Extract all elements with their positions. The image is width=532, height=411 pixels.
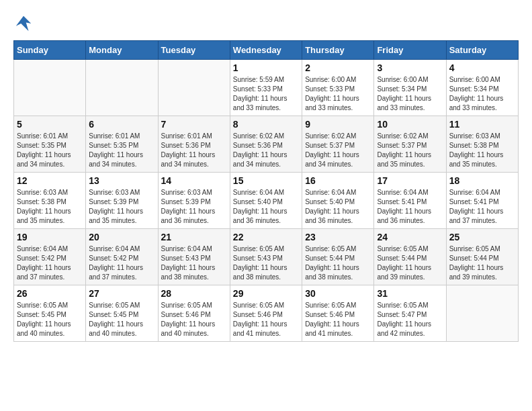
day-number: 9 <box>305 119 371 130</box>
day-number: 19 <box>17 232 83 242</box>
weekday-friday: Friday <box>374 41 446 60</box>
calendar-cell: 24Sunrise: 6:05 AM Sunset: 5:44 PM Dayli… <box>374 229 446 285</box>
day-number: 16 <box>305 175 371 186</box>
weekday-sunday: Sunday <box>14 41 86 60</box>
day-number: 29 <box>233 288 299 299</box>
day-info: Sunrise: 6:04 AM Sunset: 5:43 PM Dayligh… <box>161 244 227 282</box>
day-number: 14 <box>161 175 227 186</box>
calendar-cell: 5Sunrise: 6:01 AM Sunset: 5:35 PM Daylig… <box>14 116 86 173</box>
page-header <box>13 13 519 34</box>
calendar-cell: 4Sunrise: 6:00 AM Sunset: 5:34 PM Daylig… <box>446 60 518 116</box>
calendar-cell: 23Sunrise: 6:05 AM Sunset: 5:44 PM Dayli… <box>302 229 374 285</box>
day-info: Sunrise: 6:05 AM Sunset: 5:47 PM Dayligh… <box>377 301 443 338</box>
day-number: 3 <box>377 62 443 73</box>
day-number: 20 <box>89 232 154 242</box>
calendar-cell: 7Sunrise: 6:01 AM Sunset: 5:36 PM Daylig… <box>158 116 230 173</box>
day-info: Sunrise: 6:04 AM Sunset: 5:41 PM Dayligh… <box>449 188 515 226</box>
calendar-cell: 26Sunrise: 6:05 AM Sunset: 5:45 PM Dayli… <box>14 285 86 342</box>
day-number: 30 <box>305 288 371 299</box>
day-info: Sunrise: 6:03 AM Sunset: 5:39 PM Dayligh… <box>161 188 227 226</box>
day-number: 15 <box>233 175 299 186</box>
calendar-cell: 20Sunrise: 6:04 AM Sunset: 5:42 PM Dayli… <box>86 229 158 285</box>
day-number: 8 <box>233 119 299 130</box>
day-number: 28 <box>161 288 227 299</box>
day-number: 10 <box>377 119 443 130</box>
day-info: Sunrise: 6:02 AM Sunset: 5:37 PM Dayligh… <box>377 132 443 169</box>
day-number: 31 <box>377 288 443 299</box>
svg-marker-0 <box>16 16 32 32</box>
day-info: Sunrise: 6:02 AM Sunset: 5:37 PM Dayligh… <box>305 132 371 169</box>
calendar-week-3: 12Sunrise: 6:03 AM Sunset: 5:38 PM Dayli… <box>14 173 519 229</box>
day-number: 26 <box>17 288 83 299</box>
day-number: 17 <box>377 175 443 186</box>
day-number: 18 <box>449 175 515 186</box>
weekday-monday: Monday <box>86 41 158 60</box>
day-info: Sunrise: 6:04 AM Sunset: 5:41 PM Dayligh… <box>377 188 443 226</box>
calendar-cell <box>158 60 230 116</box>
weekday-thursday: Thursday <box>302 41 374 60</box>
calendar-cell: 31Sunrise: 6:05 AM Sunset: 5:47 PM Dayli… <box>374 285 446 342</box>
day-info: Sunrise: 6:05 AM Sunset: 5:46 PM Dayligh… <box>233 301 299 338</box>
calendar-cell: 13Sunrise: 6:03 AM Sunset: 5:39 PM Dayli… <box>86 173 158 229</box>
weekday-saturday: Saturday <box>446 41 518 60</box>
day-number: 12 <box>17 175 83 186</box>
day-number: 23 <box>305 232 371 242</box>
calendar-cell: 11Sunrise: 6:03 AM Sunset: 5:38 PM Dayli… <box>446 116 518 173</box>
calendar-cell: 10Sunrise: 6:02 AM Sunset: 5:37 PM Dayli… <box>374 116 446 173</box>
day-info: Sunrise: 6:04 AM Sunset: 5:40 PM Dayligh… <box>233 188 299 226</box>
day-info: Sunrise: 6:00 AM Sunset: 5:34 PM Dayligh… <box>377 75 443 113</box>
day-info: Sunrise: 6:05 AM Sunset: 5:43 PM Dayligh… <box>233 244 299 282</box>
day-number: 7 <box>161 119 227 130</box>
calendar-cell: 1Sunrise: 5:59 AM Sunset: 5:33 PM Daylig… <box>230 60 302 116</box>
day-info: Sunrise: 6:05 AM Sunset: 5:44 PM Dayligh… <box>377 244 443 282</box>
logo-bird-icon <box>13 13 34 34</box>
day-info: Sunrise: 6:00 AM Sunset: 5:34 PM Dayligh… <box>449 75 515 113</box>
calendar-cell: 21Sunrise: 6:04 AM Sunset: 5:43 PM Dayli… <box>158 229 230 285</box>
day-info: Sunrise: 6:05 AM Sunset: 5:44 PM Dayligh… <box>449 244 515 282</box>
day-number: 4 <box>449 62 515 73</box>
day-info: Sunrise: 6:05 AM Sunset: 5:45 PM Dayligh… <box>89 301 154 338</box>
weekday-tuesday: Tuesday <box>158 41 230 60</box>
calendar-header: SundayMondayTuesdayWednesdayThursdayFrid… <box>14 41 519 60</box>
calendar-cell: 27Sunrise: 6:05 AM Sunset: 5:45 PM Dayli… <box>86 285 158 342</box>
day-info: Sunrise: 6:01 AM Sunset: 5:35 PM Dayligh… <box>89 132 154 169</box>
calendar-week-2: 5Sunrise: 6:01 AM Sunset: 5:35 PM Daylig… <box>14 116 519 173</box>
day-info: Sunrise: 6:05 AM Sunset: 5:46 PM Dayligh… <box>161 301 227 338</box>
calendar-week-5: 26Sunrise: 6:05 AM Sunset: 5:45 PM Dayli… <box>14 285 519 342</box>
calendar-cell: 30Sunrise: 6:05 AM Sunset: 5:46 PM Dayli… <box>302 285 374 342</box>
calendar-cell: 12Sunrise: 6:03 AM Sunset: 5:38 PM Dayli… <box>14 173 86 229</box>
calendar-cell: 8Sunrise: 6:02 AM Sunset: 5:36 PM Daylig… <box>230 116 302 173</box>
calendar-table: SundayMondayTuesdayWednesdayThursdayFrid… <box>13 40 519 342</box>
day-number: 6 <box>89 119 154 130</box>
weekday-wednesday: Wednesday <box>230 41 302 60</box>
day-number: 13 <box>89 175 154 186</box>
calendar-cell: 14Sunrise: 6:03 AM Sunset: 5:39 PM Dayli… <box>158 173 230 229</box>
day-info: Sunrise: 6:03 AM Sunset: 5:39 PM Dayligh… <box>89 188 154 226</box>
day-info: Sunrise: 6:03 AM Sunset: 5:38 PM Dayligh… <box>17 188 83 226</box>
calendar-week-4: 19Sunrise: 6:04 AM Sunset: 5:42 PM Dayli… <box>14 229 519 285</box>
day-number: 5 <box>17 119 83 130</box>
day-info: Sunrise: 6:03 AM Sunset: 5:38 PM Dayligh… <box>449 132 515 169</box>
day-number: 2 <box>305 62 371 73</box>
day-number: 27 <box>89 288 154 299</box>
calendar-cell: 28Sunrise: 6:05 AM Sunset: 5:46 PM Dayli… <box>158 285 230 342</box>
day-info: Sunrise: 6:05 AM Sunset: 5:44 PM Dayligh… <box>305 244 371 282</box>
calendar-cell: 25Sunrise: 6:05 AM Sunset: 5:44 PM Dayli… <box>446 229 518 285</box>
day-number: 22 <box>233 232 299 242</box>
day-info: Sunrise: 6:04 AM Sunset: 5:42 PM Dayligh… <box>17 244 83 282</box>
day-info: Sunrise: 6:00 AM Sunset: 5:33 PM Dayligh… <box>305 75 371 113</box>
day-info: Sunrise: 6:05 AM Sunset: 5:46 PM Dayligh… <box>305 301 371 338</box>
logo <box>13 13 36 34</box>
day-info: Sunrise: 6:01 AM Sunset: 5:35 PM Dayligh… <box>17 132 83 169</box>
calendar-cell: 17Sunrise: 6:04 AM Sunset: 5:41 PM Dayli… <box>374 173 446 229</box>
calendar-cell: 29Sunrise: 6:05 AM Sunset: 5:46 PM Dayli… <box>230 285 302 342</box>
calendar-cell: 18Sunrise: 6:04 AM Sunset: 5:41 PM Dayli… <box>446 173 518 229</box>
calendar-cell: 9Sunrise: 6:02 AM Sunset: 5:37 PM Daylig… <box>302 116 374 173</box>
calendar-cell: 15Sunrise: 6:04 AM Sunset: 5:40 PM Dayli… <box>230 173 302 229</box>
calendar-cell <box>86 60 158 116</box>
calendar-cell: 2Sunrise: 6:00 AM Sunset: 5:33 PM Daylig… <box>302 60 374 116</box>
calendar-cell: 19Sunrise: 6:04 AM Sunset: 5:42 PM Dayli… <box>14 229 86 285</box>
calendar-cell: 6Sunrise: 6:01 AM Sunset: 5:35 PM Daylig… <box>86 116 158 173</box>
day-number: 25 <box>449 232 515 242</box>
day-info: Sunrise: 5:59 AM Sunset: 5:33 PM Dayligh… <box>233 75 299 113</box>
